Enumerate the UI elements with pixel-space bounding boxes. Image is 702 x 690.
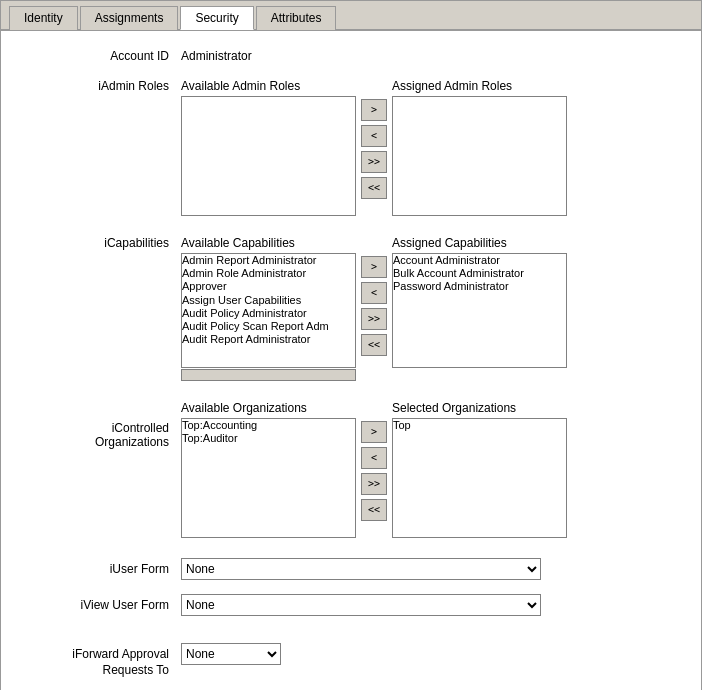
controlled-orgs-move-left-btn[interactable]: < xyxy=(361,447,387,469)
tab-security[interactable]: Security xyxy=(180,6,253,30)
capabilities-hscrollbar[interactable] xyxy=(181,369,356,381)
controlled-orgs-move-all-left-btn[interactable]: << xyxy=(361,499,387,521)
controlled-orgs-available-select[interactable]: Top:AccountingTop:Auditor xyxy=(182,419,355,537)
admin-roles-arrows: > < >> << xyxy=(356,99,392,199)
user-form-select[interactable]: None xyxy=(181,558,541,580)
forward-approval-label-text: Forward Approval Requests To xyxy=(75,647,169,677)
controlled-orgs-available-listbox[interactable]: Top:AccountingTop:Auditor xyxy=(181,418,356,538)
tab-assignments[interactable]: Assignments xyxy=(80,6,179,30)
main-window: Identity Assignments Security Attributes… xyxy=(0,0,702,690)
user-form-label-text: User Form xyxy=(112,562,169,576)
tab-content: Account ID Administrator iAdmin Roles Av… xyxy=(1,31,701,690)
controlled-orgs-assigned-select[interactable]: Top xyxy=(393,419,566,537)
controlled-orgs-assigned-listbox[interactable]: Top xyxy=(392,418,567,538)
view-user-form-select[interactable]: None xyxy=(181,594,541,616)
admin-roles-assigned-group: Assigned Admin Roles xyxy=(392,79,567,216)
admin-roles-move-all-right-btn[interactable]: >> xyxy=(361,151,387,173)
controlled-orgs-assigned-group: Selected Organizations Top xyxy=(392,401,567,538)
account-id-value: Administrator xyxy=(181,47,252,63)
controlled-orgs-move-right-btn[interactable]: > xyxy=(361,421,387,443)
controlled-orgs-available-label: Available Organizations xyxy=(181,401,356,415)
forward-approval-select[interactable]: None xyxy=(181,643,281,665)
capabilities-move-right-btn[interactable]: > xyxy=(361,256,387,278)
tab-identity[interactable]: Identity xyxy=(9,6,78,30)
capabilities-available-label: Available Capabilities xyxy=(181,236,356,250)
admin-roles-move-all-left-btn[interactable]: << xyxy=(361,177,387,199)
user-form-row: iUser Form None xyxy=(21,558,681,580)
admin-roles-section: iAdmin Roles Available Admin Roles > < >… xyxy=(21,79,681,216)
view-user-form-row: iView User Form None xyxy=(21,594,681,616)
controlled-orgs-label: Controlled Organizations xyxy=(95,421,169,449)
controlled-orgs-assigned-label: Selected Organizations xyxy=(392,401,567,415)
tab-bar: Identity Assignments Security Attributes xyxy=(1,1,701,31)
controlled-orgs-section: iControlled Organizations Available Orga… xyxy=(21,401,681,538)
capabilities-move-all-right-btn[interactable]: >> xyxy=(361,308,387,330)
capabilities-assigned-select[interactable]: Account AdministratorBulk Account Admini… xyxy=(393,254,566,367)
admin-roles-move-left-btn[interactable]: < xyxy=(361,125,387,147)
capabilities-move-left-btn[interactable]: < xyxy=(361,282,387,304)
admin-roles-label-col: iAdmin Roles xyxy=(21,79,181,93)
capabilities-arrows: > < >> << xyxy=(356,256,392,356)
capabilities-section: iCapabilities Available Capabilities Adm… xyxy=(21,236,681,381)
user-form-label: iUser Form xyxy=(21,562,181,576)
admin-roles-label: Admin Roles xyxy=(101,79,169,93)
admin-roles-available-listbox[interactable] xyxy=(181,96,356,216)
view-user-form-label-text: View User Form xyxy=(83,598,169,612)
controlled-orgs-arrows: > < >> << xyxy=(356,421,392,521)
capabilities-assigned-listbox[interactable]: Account AdministratorBulk Account Admini… xyxy=(392,253,567,368)
controlled-orgs-label-col: iControlled Organizations xyxy=(21,401,181,449)
admin-roles-assigned-listbox[interactable] xyxy=(392,96,567,216)
admin-roles-assigned-select[interactable] xyxy=(393,97,566,215)
controlled-orgs-available-group: Available Organizations Top:AccountingTo… xyxy=(181,401,356,538)
capabilities-available-listbox[interactable]: Admin Report AdministratorAdmin Role Adm… xyxy=(181,253,356,368)
account-id-row: Account ID Administrator xyxy=(21,47,681,63)
capabilities-label-col: iCapabilities xyxy=(21,236,181,250)
capabilities-move-all-left-btn[interactable]: << xyxy=(361,334,387,356)
tab-attributes[interactable]: Attributes xyxy=(256,6,337,30)
capabilities-available-select[interactable]: Admin Report AdministratorAdmin Role Adm… xyxy=(182,254,355,367)
controlled-orgs-dual-panel: Available Organizations Top:AccountingTo… xyxy=(181,401,681,538)
admin-roles-available-label: Available Admin Roles xyxy=(181,79,356,93)
capabilities-assigned-group: Assigned Capabilities Account Administra… xyxy=(392,236,567,368)
view-user-form-label: iView User Form xyxy=(21,598,181,612)
admin-roles-dual-panel: Available Admin Roles > < >> << Assigned… xyxy=(181,79,681,216)
capabilities-assigned-label: Assigned Capabilities xyxy=(392,236,567,250)
admin-roles-move-right-btn[interactable]: > xyxy=(361,99,387,121)
capabilities-available-group: Available Capabilities Admin Report Admi… xyxy=(181,236,356,381)
capabilities-label: Capabilities xyxy=(107,236,169,250)
account-id-label: Account ID xyxy=(21,47,181,63)
forward-approval-row: iForward Approval Requests To None xyxy=(21,630,681,678)
admin-roles-available-select[interactable] xyxy=(182,97,355,215)
capabilities-dual-panel: Available Capabilities Admin Report Admi… xyxy=(181,236,681,381)
controlled-orgs-move-all-right-btn[interactable]: >> xyxy=(361,473,387,495)
forward-approval-label: iForward Approval Requests To xyxy=(21,630,181,678)
admin-roles-available-group: Available Admin Roles xyxy=(181,79,356,216)
admin-roles-assigned-label: Assigned Admin Roles xyxy=(392,79,567,93)
